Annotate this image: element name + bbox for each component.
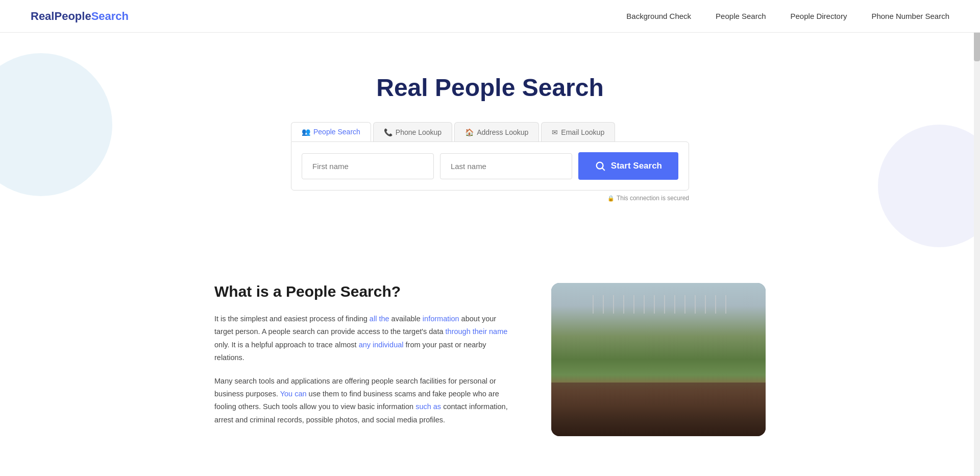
first-name-input[interactable] xyxy=(302,153,434,179)
you-can-link[interactable]: You can xyxy=(280,390,307,398)
hero-section: Real People Search 👥 People Search 📞 Pho… xyxy=(0,33,980,252)
information-link[interactable]: information xyxy=(423,315,459,323)
search-container: 👥 People Search 📞 Phone Lookup 🏠 Address… xyxy=(291,122,689,202)
last-name-input[interactable] xyxy=(440,153,572,179)
nav-people-search[interactable]: People Search xyxy=(716,12,766,20)
people-search-icon: 👥 xyxy=(302,128,310,136)
nav-links: Background Check People Search People Di… xyxy=(626,12,949,21)
stadium-image-inner xyxy=(551,283,766,436)
tab-phone-lookup[interactable]: 📞 Phone Lookup xyxy=(373,122,452,141)
nav-background-check[interactable]: Background Check xyxy=(626,12,691,20)
nav-people-directory[interactable]: People Directory xyxy=(791,12,847,20)
such-as-link[interactable]: such as xyxy=(415,402,441,411)
tab-phone-lookup-label: Phone Lookup xyxy=(396,128,442,136)
all-the-link[interactable]: all the xyxy=(370,315,389,323)
content-section: What is a People Search? It is the simpl… xyxy=(184,283,796,467)
tab-people-search[interactable]: 👥 People Search xyxy=(291,122,371,141)
search-form-box: Start Search xyxy=(291,141,689,191)
start-search-button[interactable]: Start Search xyxy=(578,152,678,180)
start-search-label: Start Search xyxy=(611,161,662,171)
content-title: What is a People Search? xyxy=(214,283,510,300)
tab-people-search-label: People Search xyxy=(313,128,360,136)
hero-title: Real People Search xyxy=(10,74,970,102)
search-icon xyxy=(595,160,606,172)
logo-search: Search xyxy=(91,10,129,22)
tab-address-lookup-label: Address Lookup xyxy=(477,128,528,136)
content-paragraph-1: It is the simplest and easiest process o… xyxy=(214,313,510,365)
logo-people: People xyxy=(54,10,91,22)
content-image xyxy=(551,283,766,436)
tab-email-lookup-label: Email Lookup xyxy=(561,128,604,136)
email-lookup-icon: ✉ xyxy=(552,128,558,136)
logo-real: Real xyxy=(31,10,54,22)
site-logo[interactable]: RealPeopleSearch xyxy=(31,10,129,23)
search-tabs: 👥 People Search 📞 Phone Lookup 🏠 Address… xyxy=(291,122,689,141)
hero-blob-right xyxy=(878,125,980,247)
nav-phone-number-search[interactable]: Phone Number Search xyxy=(871,12,949,20)
stadium-image xyxy=(551,283,766,436)
phone-lookup-icon: 📞 xyxy=(384,128,393,136)
navbar: RealPeopleSearch Background Check People… xyxy=(0,0,980,33)
tab-email-lookup[interactable]: ✉ Email Lookup xyxy=(541,122,615,141)
any-individual-link[interactable]: any individual xyxy=(359,341,404,349)
scrollbar[interactable] xyxy=(974,0,980,467)
secured-label: This connection is secured xyxy=(617,195,689,202)
secured-connection-text: 🔒 This connection is secured xyxy=(291,195,689,202)
address-lookup-icon: 🏠 xyxy=(465,128,474,136)
tab-address-lookup[interactable]: 🏠 Address Lookup xyxy=(454,122,539,141)
content-paragraph-2: Many search tools and applications are o… xyxy=(214,375,510,427)
content-text: What is a People Search? It is the simpl… xyxy=(214,283,510,437)
through-their-name-link[interactable]: through their name xyxy=(446,327,508,336)
svg-line-1 xyxy=(602,168,604,170)
lock-icon: 🔒 xyxy=(607,195,615,202)
